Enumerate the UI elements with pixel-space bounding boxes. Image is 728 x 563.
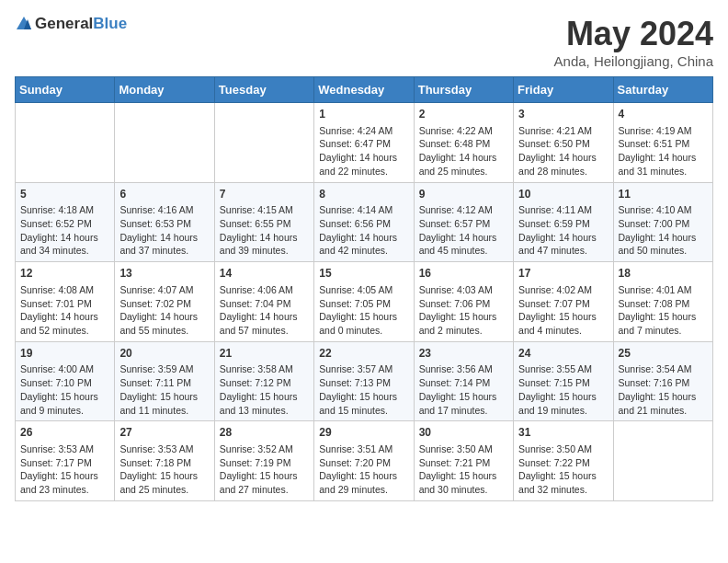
calendar-day: 4Sunrise: 4:19 AM Sunset: 6:51 PM Daylig… [613, 103, 712, 183]
calendar-day: 10Sunrise: 4:11 AM Sunset: 6:59 PM Dayli… [514, 182, 613, 262]
calendar-day [16, 103, 115, 183]
logo: GeneralBlue [15, 15, 127, 33]
day-number: 8 [319, 187, 408, 202]
day-info: Sunrise: 4:07 AM Sunset: 7:02 PM Dayligh… [119, 283, 209, 338]
day-info: Sunrise: 4:19 AM Sunset: 6:51 PM Dayligh… [619, 124, 708, 178]
day-info: Sunrise: 4:12 AM Sunset: 6:57 PM Dayligh… [419, 203, 508, 258]
title-block: May 2024 Anda, Heilongjiang, China [554, 15, 713, 69]
calendar-day: 3Sunrise: 4:21 AM Sunset: 6:50 PM Daylig… [514, 103, 613, 183]
day-number: 29 [319, 425, 408, 441]
day-info: Sunrise: 4:01 AM Sunset: 7:08 PM Dayligh… [619, 283, 708, 338]
calendar-week-5: 26Sunrise: 3:53 AM Sunset: 7:17 PM Dayli… [16, 421, 713, 501]
day-number: 31 [518, 425, 608, 441]
logo-blue-text: Blue [93, 15, 127, 32]
calendar-day: 29Sunrise: 3:51 AM Sunset: 7:20 PM Dayli… [314, 421, 414, 501]
day-info: Sunrise: 4:15 AM Sunset: 6:55 PM Dayligh… [220, 203, 309, 258]
day-number: 25 [619, 346, 708, 362]
weekday-header-thursday: Thursday [414, 77, 513, 103]
day-info: Sunrise: 4:16 AM Sunset: 6:53 PM Dayligh… [119, 203, 209, 258]
day-number: 13 [119, 266, 209, 282]
day-info: Sunrise: 4:10 AM Sunset: 7:00 PM Dayligh… [619, 203, 708, 258]
day-info: Sunrise: 4:22 AM Sunset: 6:48 PM Dayligh… [419, 124, 508, 178]
day-number: 9 [419, 187, 508, 202]
day-number: 11 [619, 187, 708, 202]
calendar-day: 2Sunrise: 4:22 AM Sunset: 6:48 PM Daylig… [414, 103, 513, 183]
calendar-day: 25Sunrise: 3:54 AM Sunset: 7:16 PM Dayli… [613, 341, 712, 421]
day-number: 3 [518, 107, 608, 122]
day-info: Sunrise: 4:18 AM Sunset: 6:52 PM Dayligh… [20, 203, 109, 258]
day-info: Sunrise: 4:02 AM Sunset: 7:07 PM Dayligh… [518, 283, 608, 338]
calendar-day: 24Sunrise: 3:55 AM Sunset: 7:15 PM Dayli… [514, 341, 613, 421]
day-info: Sunrise: 3:50 AM Sunset: 7:22 PM Dayligh… [518, 442, 608, 497]
calendar-week-4: 19Sunrise: 4:00 AM Sunset: 7:10 PM Dayli… [16, 341, 713, 421]
day-number: 20 [119, 346, 209, 362]
calendar-day: 13Sunrise: 4:07 AM Sunset: 7:02 PM Dayli… [115, 262, 214, 342]
calendar-day [613, 421, 712, 501]
day-number: 18 [619, 266, 708, 282]
calendar-day [214, 103, 313, 183]
day-number: 14 [220, 266, 309, 282]
weekday-header-sunday: Sunday [16, 77, 115, 103]
logo-icon [15, 15, 33, 33]
calendar-day: 9Sunrise: 4:12 AM Sunset: 6:57 PM Daylig… [414, 182, 513, 262]
calendar-day: 20Sunrise: 3:59 AM Sunset: 7:11 PM Dayli… [115, 341, 214, 421]
calendar-day: 26Sunrise: 3:53 AM Sunset: 7:17 PM Dayli… [16, 421, 115, 501]
calendar-day: 28Sunrise: 3:52 AM Sunset: 7:19 PM Dayli… [214, 421, 313, 501]
day-info: Sunrise: 4:00 AM Sunset: 7:10 PM Dayligh… [20, 362, 109, 417]
day-info: Sunrise: 3:58 AM Sunset: 7:12 PM Dayligh… [220, 362, 309, 417]
calendar-day: 6Sunrise: 4:16 AM Sunset: 6:53 PM Daylig… [115, 182, 214, 262]
location-subtitle: Anda, Heilongjiang, China [554, 53, 713, 69]
month-year-title: May 2024 [554, 15, 713, 53]
calendar-day: 15Sunrise: 4:05 AM Sunset: 7:05 PM Dayli… [314, 262, 414, 342]
day-info: Sunrise: 4:03 AM Sunset: 7:06 PM Dayligh… [419, 283, 508, 338]
day-number: 10 [518, 187, 608, 202]
weekday-header-row: SundayMondayTuesdayWednesdayThursdayFrid… [16, 77, 713, 103]
calendar-week-1: 1Sunrise: 4:24 AM Sunset: 6:47 PM Daylig… [16, 103, 713, 183]
page-header: GeneralBlue May 2024 Anda, Heilongjiang,… [15, 15, 713, 69]
day-info: Sunrise: 4:05 AM Sunset: 7:05 PM Dayligh… [319, 283, 408, 338]
calendar-day: 11Sunrise: 4:10 AM Sunset: 7:00 PM Dayli… [613, 182, 712, 262]
day-info: Sunrise: 3:52 AM Sunset: 7:19 PM Dayligh… [220, 442, 309, 497]
day-number: 15 [319, 266, 408, 282]
calendar-day: 21Sunrise: 3:58 AM Sunset: 7:12 PM Dayli… [214, 341, 313, 421]
day-number: 28 [220, 425, 309, 441]
day-number: 30 [419, 425, 508, 441]
day-info: Sunrise: 3:55 AM Sunset: 7:15 PM Dayligh… [518, 362, 608, 417]
day-number: 1 [319, 107, 408, 122]
day-number: 26 [20, 425, 109, 441]
calendar-day: 17Sunrise: 4:02 AM Sunset: 7:07 PM Dayli… [514, 262, 613, 342]
day-number: 17 [518, 266, 608, 282]
calendar-table: SundayMondayTuesdayWednesdayThursdayFrid… [15, 76, 713, 501]
calendar-day: 8Sunrise: 4:14 AM Sunset: 6:56 PM Daylig… [314, 182, 414, 262]
day-number: 5 [20, 187, 109, 202]
calendar-day: 23Sunrise: 3:56 AM Sunset: 7:14 PM Dayli… [414, 341, 513, 421]
day-number: 22 [319, 346, 408, 362]
day-number: 27 [119, 425, 209, 441]
day-number: 4 [619, 107, 708, 122]
calendar-day: 27Sunrise: 3:53 AM Sunset: 7:18 PM Dayli… [115, 421, 214, 501]
calendar-body: 1Sunrise: 4:24 AM Sunset: 6:47 PM Daylig… [16, 103, 713, 501]
day-number: 6 [119, 187, 209, 202]
day-number: 19 [20, 346, 109, 362]
calendar-day: 14Sunrise: 4:06 AM Sunset: 7:04 PM Dayli… [214, 262, 313, 342]
day-info: Sunrise: 4:08 AM Sunset: 7:01 PM Dayligh… [20, 283, 109, 338]
weekday-header-tuesday: Tuesday [214, 77, 313, 103]
weekday-header-saturday: Saturday [613, 77, 712, 103]
calendar-day: 31Sunrise: 3:50 AM Sunset: 7:22 PM Dayli… [514, 421, 613, 501]
calendar-day: 16Sunrise: 4:03 AM Sunset: 7:06 PM Dayli… [414, 262, 513, 342]
calendar-day: 7Sunrise: 4:15 AM Sunset: 6:55 PM Daylig… [214, 182, 313, 262]
day-info: Sunrise: 4:14 AM Sunset: 6:56 PM Dayligh… [319, 203, 408, 258]
day-info: Sunrise: 3:53 AM Sunset: 7:18 PM Dayligh… [119, 442, 209, 497]
weekday-header-friday: Friday [514, 77, 613, 103]
day-info: Sunrise: 3:50 AM Sunset: 7:21 PM Dayligh… [419, 442, 508, 497]
day-info: Sunrise: 3:59 AM Sunset: 7:11 PM Dayligh… [119, 362, 209, 417]
day-number: 7 [220, 187, 309, 202]
day-info: Sunrise: 3:57 AM Sunset: 7:13 PM Dayligh… [319, 362, 408, 417]
day-info: Sunrise: 4:11 AM Sunset: 6:59 PM Dayligh… [518, 203, 608, 258]
day-number: 2 [419, 107, 508, 122]
calendar-day [115, 103, 214, 183]
day-number: 23 [419, 346, 508, 362]
day-info: Sunrise: 4:21 AM Sunset: 6:50 PM Dayligh… [518, 124, 608, 178]
day-info: Sunrise: 3:53 AM Sunset: 7:17 PM Dayligh… [20, 442, 109, 497]
day-info: Sunrise: 4:06 AM Sunset: 7:04 PM Dayligh… [220, 283, 309, 338]
